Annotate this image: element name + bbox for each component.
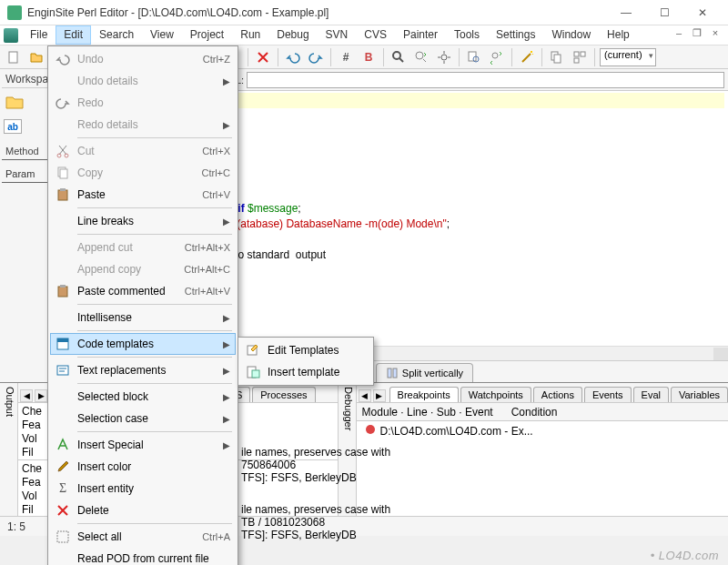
mdi-restore-button[interactable]: ❐ [689, 27, 705, 44]
dbg-tab-right-button[interactable]: ▶ [373, 389, 386, 402]
menu-debug[interactable]: Debug [268, 25, 317, 45]
tab-right-button[interactable]: ▶ [35, 389, 47, 402]
submenu-arrow-icon: ▶ [223, 392, 230, 402]
edit-menu-paste-commented[interactable]: Paste commentedCtrl+Alt+V [50, 280, 236, 302]
workspace-tab[interactable]: Workspa [2, 71, 48, 88]
breakpoint-icon [364, 423, 377, 439]
menu-painter[interactable]: Painter [395, 25, 446, 45]
menu-project[interactable]: Project [182, 25, 232, 45]
bold-icon[interactable]: B [359, 47, 379, 67]
paste-icon [54, 186, 72, 204]
window-title: EnginSite Perl Editor - [D:\LO4D.com\LO4… [27, 6, 608, 19]
edit-menu-append-copy: Append copyCtrl+Alt+C [50, 258, 236, 280]
edit-menu-insert-entity[interactable]: ΣInsert entity [50, 478, 236, 499]
edit-menu-delete[interactable]: Delete [50, 499, 236, 521]
methods-header[interactable]: Method [2, 143, 48, 160]
menu-cvs[interactable]: CVS [356, 25, 395, 45]
edit-menu-selected-block[interactable]: Selected block▶ [50, 386, 236, 408]
menu-tools[interactable]: Tools [446, 25, 488, 45]
edit-menu-selection-case[interactable]: Selection case▶ [50, 408, 236, 429]
edit-menu-redo-details: Redo details▶ [50, 114, 236, 136]
debugger-tab-breakpoints[interactable]: Breakpoints [389, 387, 459, 402]
status-cursor-pos: 1: 5 [7, 520, 25, 533]
menu-svn[interactable]: SVN [318, 25, 357, 45]
tab-icon [386, 367, 399, 379]
menu-view[interactable]: View [142, 25, 182, 45]
menu-window[interactable]: Window [543, 25, 599, 45]
context-combo[interactable]: (current) [600, 48, 656, 66]
search-icon[interactable] [389, 47, 409, 67]
output-tab-processes[interactable]: Processes [252, 387, 315, 402]
redo-icon[interactable] [306, 47, 326, 67]
blank-icon [54, 308, 72, 327]
maximize-button[interactable]: ☐ [646, 2, 682, 24]
copy-doc-icon[interactable] [547, 47, 567, 67]
ab-icon[interactable]: ab [4, 119, 22, 134]
edit-menu-line-breaks[interactable]: Line breaks▶ [50, 210, 236, 232]
mdi-minimize-button[interactable]: – [671, 27, 687, 44]
view-tab-split-vertically[interactable]: Split vertically [376, 363, 473, 382]
edit-menu-copy: CopyCtrl+C [50, 162, 236, 184]
edit-menu-insert-color[interactable]: Insert color [50, 456, 236, 478]
edit-menu-paste[interactable]: PasteCtrl+V [50, 184, 236, 206]
submenu-arrow-icon: ▶ [223, 366, 230, 376]
menu-edit[interactable]: Edit [56, 25, 91, 45]
svg-rect-26 [581, 52, 585, 56]
find-in-files-icon[interactable] [464, 47, 484, 67]
edit-menu-read-pod-from-current-file[interactable]: Read POD from current file [50, 548, 236, 565]
menu-file[interactable]: File [22, 25, 56, 45]
edit-menu-code-templates[interactable]: Code templates▶ [50, 333, 236, 355]
svg-rect-36 [393, 368, 397, 378]
dbg-tab-left-button[interactable]: ◀ [359, 389, 371, 402]
watermark: • LO4D.com [651, 549, 719, 562]
debugger-tab-variables[interactable]: Variables [671, 387, 728, 402]
output-panel-tab[interactable]: Output [0, 383, 18, 516]
edit-menu-redo: Redo [50, 92, 236, 114]
debugger-tab-eval[interactable]: Eval [633, 387, 669, 402]
svg-point-16 [393, 52, 400, 59]
tab-left-button[interactable]: ◀ [20, 389, 33, 402]
code-templates-edit-templates[interactable]: Edit Templates [240, 339, 371, 361]
menu-search[interactable]: Search [91, 25, 142, 45]
svg-rect-47 [57, 338, 68, 342]
delete-icon[interactable] [253, 47, 273, 67]
menu-settings[interactable]: Settings [488, 25, 543, 45]
mdi-close-button[interactable]: × [707, 27, 723, 44]
blank-icon [54, 550, 72, 565]
svg-point-19 [441, 55, 447, 60]
edit-menu-undo: UndoCtrl+Z [50, 48, 236, 70]
wand-icon[interactable] [517, 47, 537, 67]
menubar: FileEditSearchViewProjectRunDebugSVNCVSP… [0, 25, 728, 45]
menu-help[interactable]: Help [599, 25, 638, 45]
open-file-icon[interactable] [26, 47, 46, 67]
breakpoint-item[interactable]: D:\LO4D.com\LO4D.com - Ex... [357, 421, 728, 440]
edit-menu-insert-special[interactable]: Insert Special▶ [50, 434, 236, 456]
undo-icon[interactable] [283, 47, 303, 67]
hash-icon[interactable]: # [336, 47, 356, 67]
edit-menu-intellisense[interactable]: Intellisense▶ [50, 307, 236, 328]
svg-rect-35 [388, 368, 391, 378]
debugger-tab-actions[interactable]: Actions [533, 387, 582, 402]
url-input[interactable] [247, 72, 724, 88]
tile-icon[interactable] [570, 47, 590, 67]
minimize-button[interactable]: — [608, 2, 644, 24]
special-icon [54, 436, 72, 454]
debugger-tab-watchpoints[interactable]: Watchpoints [460, 387, 531, 402]
template-icon [244, 341, 262, 359]
undo-icon [54, 50, 72, 68]
gear-icon[interactable] [434, 47, 454, 67]
svg-rect-42 [58, 190, 67, 200]
code-templates-insert-template[interactable]: Insert template [240, 361, 371, 383]
blank-icon [54, 260, 72, 278]
search-next-icon[interactable] [411, 47, 431, 67]
new-file-icon[interactable] [4, 47, 24, 67]
edit-menu-select-all[interactable]: Select allCtrl+A [50, 526, 236, 548]
menu-run[interactable]: Run [232, 25, 268, 45]
debugger-tab-events[interactable]: Events [584, 387, 632, 402]
edit-menu-text-replacements[interactable]: Text replacements▶ [50, 359, 236, 381]
replace-icon[interactable] [487, 47, 507, 67]
delete-icon [54, 501, 72, 520]
close-button[interactable]: ✕ [684, 2, 721, 24]
folder-icon[interactable] [4, 92, 25, 112]
edit-menu-append-cut: Append cutCtrl+Alt+X [50, 237, 236, 258]
